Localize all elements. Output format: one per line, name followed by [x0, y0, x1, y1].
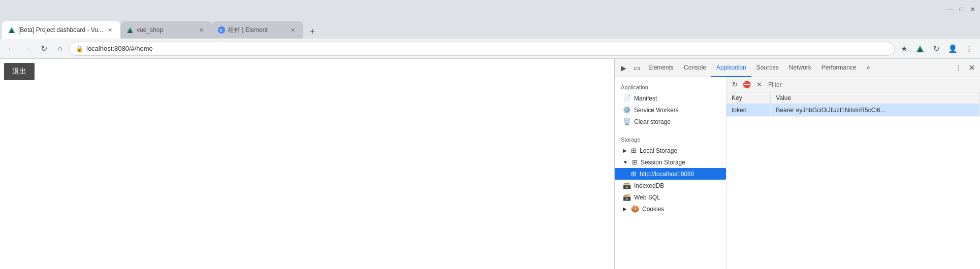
minimize-button[interactable]: — [946, 6, 954, 13]
application-section-label: Application [615, 81, 726, 92]
tab-title-2: vue_shop [137, 26, 195, 33]
devtools-sidebar: Application 📄 Manifest ⚙️ Service Worker… [615, 77, 726, 269]
table-row[interactable]: token Bearer eyJhbGciOiJIUzI1NiIsInR5cCl… [726, 104, 980, 117]
web-sql-icon: 🗃️ [623, 193, 631, 201]
home-button[interactable]: ⌂ [53, 42, 67, 56]
exit-button[interactable]: 退出 [4, 63, 35, 80]
sidebar-item-clear-storage[interactable]: 🗑️ Clear storage [615, 116, 726, 127]
address-bar[interactable]: 🔒 localhost:8080/#/home [69, 42, 895, 56]
devtools-inspect-button[interactable]: ▶ [617, 61, 630, 75]
page-content: 退出 [0, 59, 614, 269]
cookies-icon: 🍪 [631, 205, 639, 213]
bookmark-button[interactable]: ★ [897, 42, 911, 56]
sidebar-item-indexeddb[interactable]: 🗃️ IndexedDB [615, 180, 726, 191]
nav-right: ★ ↻ 👤 ⋮ [897, 42, 976, 56]
nav-bar: ← → ↻ ⌂ 🔒 localhost:8080/#/home ★ ↻ 👤 ⋮ [0, 39, 980, 59]
filter-bar: ↻ ⛔ ✕ [726, 77, 980, 92]
sidebar-item-web-sql[interactable]: 🗃️ Web SQL [615, 191, 726, 203]
menu-button[interactable]: ⋮ [962, 42, 976, 56]
devtools-toolbar: ▶ ▭ Elements Console Application Sources… [615, 59, 980, 77]
devtools-main-panel: ↻ ⛔ ✕ Key Value [726, 77, 980, 269]
devtools-device-button[interactable]: ▭ [630, 61, 643, 75]
sidebar-item-session-localhost[interactable]: ⊞ http://localhost:8080 [615, 168, 726, 180]
local-storage-grid-icon: ⊞ [631, 147, 637, 154]
devtools-body: Application 📄 Manifest ⚙️ Service Worker… [615, 77, 980, 269]
session-localhost-grid-icon: ⊞ [631, 170, 637, 178]
secure-icon: 🔒 [76, 45, 83, 52]
session-storage-arrow-icon: ▼ [623, 159, 628, 165]
sidebar-item-local-storage[interactable]: ▶ ⊞ Local Storage [615, 145, 726, 156]
tab-project-dashboard[interactable]: [Beta] Project dashboard - Vu... ✕ [2, 21, 120, 39]
tab-console[interactable]: Console [679, 59, 711, 77]
tab-vue-shop[interactable]: vue_shop ✕ [120, 21, 212, 39]
tab-icon-vue1 [8, 26, 15, 33]
tab-bar: [Beta] Project dashboard - Vu... ✕ vue_s… [0, 18, 980, 39]
storage-section-label: Storage [615, 133, 726, 145]
storage-table: Key Value token Bearer eyJhbGciOiJIUzI1N… [726, 92, 980, 269]
manifest-icon: 📄 [623, 94, 631, 102]
tab-element[interactable]: E 组件 | Element ✕ [212, 21, 303, 39]
column-key: Key [726, 92, 771, 104]
tab-application[interactable]: Application [711, 59, 751, 77]
key-value-table: Key Value token Bearer eyJhbGciOiJIUzI1N… [726, 92, 980, 117]
cell-key: token [726, 104, 771, 117]
tab-performance[interactable]: Performance [816, 59, 862, 77]
close-button[interactable]: ✕ [969, 6, 976, 13]
tab-close-1[interactable]: ✕ [106, 26, 114, 34]
tab-elements[interactable]: Elements [643, 59, 679, 77]
tab-close-3[interactable]: ✕ [289, 26, 297, 34]
maximize-button[interactable]: □ [958, 6, 965, 13]
session-storage-grid-icon: ⊞ [632, 158, 638, 166]
service-workers-icon: ⚙️ [623, 106, 631, 114]
local-storage-arrow-icon: ▶ [623, 148, 627, 153]
new-tab-button[interactable]: + [305, 24, 320, 39]
clear-icon[interactable]: ✕ [754, 80, 764, 90]
filter-input[interactable] [766, 81, 977, 88]
block-icon[interactable]: ⛔ [742, 80, 752, 90]
tab-close-2[interactable]: ✕ [198, 26, 206, 34]
devtools-more-options-button[interactable]: ⋮ [952, 61, 965, 75]
tab-network[interactable]: Network [784, 59, 816, 77]
tab-more[interactable]: » [862, 59, 875, 77]
devtools-panel: ▶ ▭ Elements Console Application Sources… [614, 59, 980, 269]
window-controls: — □ ✕ [946, 6, 976, 13]
refresh-icon[interactable]: ↻ [730, 80, 740, 90]
indexeddb-icon: 🗃️ [623, 182, 631, 189]
cell-value: Bearer eyJhbGciOiJIUzI1NiIsInR5cCl6... [771, 104, 980, 117]
column-value: Value [771, 92, 980, 104]
main-area: 退出 ▶ ▭ Elements Console Application Sour… [0, 59, 980, 269]
refresh-circle-button[interactable]: ↻ [929, 42, 943, 56]
sidebar-item-cookies[interactable]: ▶ 🍪 Cookies [615, 203, 726, 215]
sidebar-item-session-storage[interactable]: ▼ ⊞ Session Storage [615, 156, 726, 168]
devtools-tabs: Elements Console Application Sources Net… [643, 59, 952, 77]
tab-icon-element: E [218, 26, 225, 33]
tab-title-1: [Beta] Project dashboard - Vu... [18, 26, 103, 33]
vue-extension-icon[interactable] [913, 42, 927, 56]
back-button[interactable]: ← [4, 42, 18, 56]
browser-chrome: — □ ✕ [Beta] Project dashboard - Vu... ✕… [0, 0, 980, 59]
title-bar: — □ ✕ [0, 0, 980, 18]
account-button[interactable]: 👤 [945, 42, 960, 56]
tab-sources[interactable]: Sources [751, 59, 784, 77]
forward-button[interactable]: → [20, 42, 35, 56]
tab-icon-vue2 [127, 26, 134, 33]
sidebar-item-manifest[interactable]: 📄 Manifest [615, 92, 726, 104]
clear-storage-icon: 🗑️ [623, 118, 631, 125]
tab-title-3: 组件 | Element [228, 26, 286, 35]
sidebar-item-service-workers[interactable]: ⚙️ Service Workers [615, 104, 726, 116]
address-text: localhost:8080/#/home [86, 45, 153, 52]
devtools-close-button[interactable]: ✕ [965, 61, 978, 75]
reload-button[interactable]: ↻ [37, 42, 51, 56]
cookies-arrow-icon: ▶ [623, 206, 627, 212]
